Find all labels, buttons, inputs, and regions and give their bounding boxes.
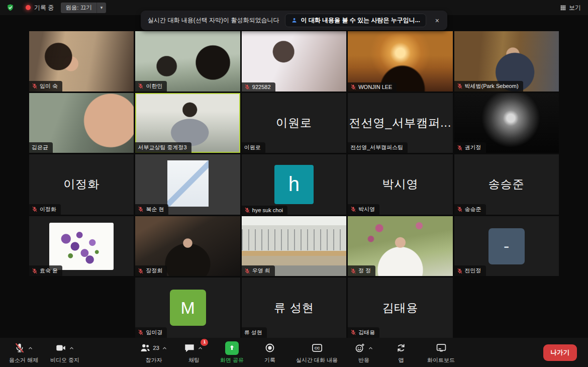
camera-icon: [55, 342, 66, 353]
toolbar-live-captions-button[interactable]: 실시간 대화 내용: [290, 339, 344, 366]
banner-close-button[interactable]: ×: [432, 17, 442, 25]
toolbar-icon-row: [396, 341, 407, 355]
original-sound-label[interactable]: 원음: 끄기: [61, 3, 96, 13]
participant-name-tag: 전선영_서부캠퍼스팀: [348, 142, 408, 153]
video-tile[interactable]: 효숙 윤: [29, 216, 134, 277]
toolbar-icon-wrap: [354, 342, 365, 353]
video-tile[interactable]: 권기정: [454, 93, 559, 153]
toolbar-reactions-button[interactable]: 반응: [347, 339, 381, 366]
captions-banner-action-button[interactable]: 이 대화 내용을 볼 수 있는 사람은 누구입니...: [285, 14, 426, 27]
mic-muted-icon: [14, 342, 25, 353]
participant-name-tag: 박세범(Park Sebeom): [454, 81, 523, 91]
video-tile[interactable]: 이한민: [135, 31, 240, 91]
recording-label: 기록 중: [34, 4, 54, 12]
video-tile[interactable]: 전선영_서부캠퍼... 전선영_서부캠퍼스팀: [348, 93, 452, 153]
participant-name: 922582: [252, 84, 271, 90]
video-tile[interactable]: 이정화 이정화: [29, 154, 134, 215]
participant-name: 박시영: [358, 206, 375, 213]
toolbar-unmute-button[interactable]: 음소거 해제: [3, 339, 44, 366]
participant-name: 김은균: [32, 144, 48, 151]
participant-display-name: 이정화: [63, 176, 100, 192]
leave-button[interactable]: 나가기: [543, 344, 577, 361]
participant-name-tag: 서부교상팀 중계정3: [135, 142, 191, 153]
muted-mic-icon: [138, 206, 144, 212]
toolbar-icon-wrap: [14, 342, 25, 353]
share-icon: [228, 344, 236, 352]
participant-name-tag: 임미 숙: [29, 81, 62, 91]
participant-name-tag: hye suk choi: [242, 206, 287, 215]
video-tile[interactable]: 정 정: [348, 216, 452, 277]
participant-name: hye suk choi: [252, 207, 283, 213]
item-label: 기록: [264, 356, 275, 364]
caret-icon[interactable]: [367, 345, 374, 351]
participant-name-tag: 송승준: [454, 204, 486, 215]
view-button[interactable]: 보기: [558, 3, 583, 13]
security-shield-icon[interactable]: [6, 4, 15, 12]
video-tile[interactable]: - 전민정: [454, 216, 559, 277]
toolbar-stop-video-button[interactable]: 비디오 중지: [44, 339, 85, 366]
participant-name: 이원로: [244, 144, 261, 151]
video-tile[interactable]: 이원로 이원로: [242, 93, 346, 153]
toolbar-icon-row: [312, 341, 323, 355]
participant-name-tag: 전민정: [454, 265, 486, 276]
muted-mic-icon: [138, 83, 144, 89]
cc-icon: [312, 342, 323, 353]
toolbar-chat-button[interactable]: 1 채팅: [177, 339, 211, 366]
participant-avatar: -: [488, 228, 525, 264]
video-tile[interactable]: 우영 최: [242, 216, 346, 277]
whiteboard-icon: [436, 342, 447, 353]
video-tile[interactable]: 922582: [242, 31, 346, 91]
view-label: 보기: [569, 4, 581, 12]
toolbar-record-button[interactable]: 기록: [253, 339, 287, 366]
toolbar-icon-wrap: [396, 342, 407, 353]
muted-mic-icon: [350, 206, 356, 212]
participant-name-tag: WONJIN LEE: [348, 82, 397, 91]
person-icon: [291, 17, 298, 24]
recording-dot-icon: [26, 5, 31, 10]
video-tile[interactable]: 임미 숙: [29, 31, 134, 91]
video-tile[interactable]: 박시영 박시영: [348, 154, 452, 215]
toolbar-icon-wrap: [436, 342, 447, 353]
video-tile[interactable]: 장정희: [135, 216, 240, 277]
participant-name: 정 정: [358, 267, 371, 274]
video-tile[interactable]: M 임미경: [135, 278, 240, 338]
muted-mic-icon: [138, 268, 144, 274]
participant-name-tag: 이원로: [242, 142, 265, 153]
video-tile[interactable]: 류 성현 류 성현: [242, 278, 346, 338]
video-tile[interactable]: 복순 현: [135, 154, 240, 215]
toolbar-apps-button[interactable]: 앱: [384, 339, 418, 366]
item-count: 23: [153, 345, 159, 351]
participant-name: 이정화: [40, 206, 56, 213]
video-tile[interactable]: 김은균: [29, 93, 134, 153]
participant-name: 송승준: [465, 206, 481, 213]
participant-avatar: M: [170, 290, 206, 326]
toolbar-share-screen-button[interactable]: 화면 공유: [214, 339, 250, 366]
video-tile[interactable]: 서부교상팀 중계정3: [135, 93, 240, 153]
video-tile[interactable]: h hye suk choi: [242, 154, 346, 215]
toolbar-center-group: 23 참가자 1 채팅 화면 공유: [134, 339, 461, 366]
participant-name-tag: 권기정: [454, 142, 486, 153]
toolbar-left-group: 음소거 해제 비디오 중지: [3, 339, 85, 366]
participant-name-tag: 김은균: [29, 142, 53, 153]
toolbar-icon-row: [55, 341, 75, 355]
video-tile[interactable]: 김태용 김태용: [348, 278, 452, 338]
participant-name: 효숙 윤: [40, 267, 58, 274]
original-sound-toggle[interactable]: 원음: 끄기 ▾: [61, 3, 106, 13]
muted-mic-icon: [457, 83, 463, 89]
muted-mic-icon: [350, 84, 356, 90]
toolbar-participants-button[interactable]: 23 참가자: [134, 339, 174, 366]
caret-icon[interactable]: [27, 345, 34, 351]
toolbar-whiteboard-button[interactable]: 화이트보드: [421, 339, 461, 366]
video-tile[interactable]: 송승준 송승준: [454, 154, 559, 215]
video-tile[interactable]: 박세범(Park Sebeom): [454, 31, 559, 91]
caret-icon[interactable]: [161, 345, 168, 351]
record-icon: [264, 342, 275, 353]
muted-mic-icon: [32, 206, 38, 212]
toolbar-icon-row: [436, 341, 447, 355]
participant-name-tag: 정 정: [348, 265, 375, 276]
participant-name: WONJIN LEE: [358, 84, 392, 90]
original-sound-dropdown[interactable]: ▾: [96, 3, 107, 13]
caret-icon[interactable]: [68, 345, 75, 351]
participant-name: 류 성현: [244, 329, 262, 336]
video-tile[interactable]: WONJIN LEE: [348, 31, 452, 91]
